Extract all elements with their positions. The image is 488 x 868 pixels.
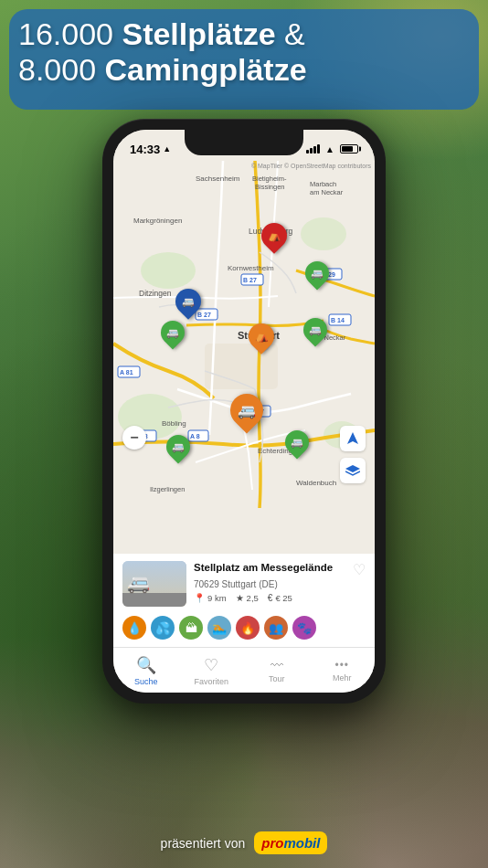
map-pin-motorhome-right-top[interactable]: 🚐: [305, 261, 329, 285]
amenity-people: 👥: [264, 616, 288, 640]
map-pin-motorhome-right[interactable]: 🚐: [303, 318, 327, 342]
location-arrow-icon: ▲: [163, 144, 171, 153]
card-title-row: Stellplatz am Messegelände ♡: [194, 561, 366, 578]
map-pin-camping-center[interactable]: ⛺: [249, 323, 274, 349]
amenity-water2-icon: 💦: [155, 621, 170, 635]
tab-tour[interactable]: 〰 Tour: [244, 648, 310, 693]
map-pin-motorhome-left[interactable]: 🚐: [161, 321, 185, 344]
svg-text:A 81: A 81: [120, 369, 133, 376]
status-icons: ▲: [306, 144, 358, 154]
signal-bar-1: [306, 150, 309, 153]
amenity-people-icon: 👥: [269, 621, 283, 635]
svg-text:B 14: B 14: [331, 317, 345, 323]
svg-text:B 27: B 27: [243, 277, 257, 283]
svg-text:Böbling: Böbling: [162, 419, 186, 428]
tab-favoriten[interactable]: ♡ Favoriten: [179, 648, 245, 693]
status-time: 14:33: [130, 143, 160, 156]
footer: präsentiert von pro mobil: [0, 831, 488, 854]
card-price: € € 25: [268, 593, 292, 603]
amenity-swim: 🏊: [207, 616, 231, 640]
svg-rect-5: [205, 344, 278, 389]
map-pin-selected-motorhome[interactable]: 🚐: [230, 394, 263, 427]
header-line1-bold: Stellplätze: [122, 16, 275, 51]
star-icon: ★: [236, 593, 244, 603]
amenity-water: 💧: [122, 616, 146, 640]
amenity-warning: 🔥: [236, 616, 260, 640]
svg-text:Waldenbuch: Waldenbuch: [296, 479, 336, 487]
card-title: Stellplatz am Messegelände: [194, 561, 333, 575]
phone-screen: 14:33 ▲ ▲: [113, 130, 375, 693]
amenity-warning-icon: 🔥: [240, 621, 255, 635]
wifi-icon: ▲: [325, 144, 334, 154]
tab-suche-label: Suche: [134, 677, 158, 686]
battery-fill: [342, 146, 353, 152]
card-favorite-button[interactable]: ♡: [353, 561, 366, 578]
svg-text:Markgröningen: Markgröningen: [133, 217, 182, 225]
svg-text:Ilzgerlingen: Ilzgerlingen: [150, 485, 185, 493]
promobil-mobil-text: mobil: [283, 835, 320, 851]
svg-text:Ditzingen: Ditzingen: [139, 289, 172, 298]
card-subtitle: 70629 Stuttgart (DE): [194, 579, 366, 589]
amenities-row: 💧 💦 🏔 🏊 🔥 👥: [122, 612, 366, 641]
amenity-pets-icon: 🐾: [297, 621, 312, 635]
map-area[interactable]: Sachsenheim Bietigheim- Bissingen Marbac…: [113, 161, 375, 508]
phone-body: 14:33 ▲ ▲: [102, 119, 386, 704]
svg-text:Bietigheim-: Bietigheim-: [252, 175, 287, 183]
map-location-button[interactable]: [340, 426, 366, 451]
location-card[interactable]: 🚐 Stellplatz am Messegelände ♡ 70629 Stu…: [113, 554, 375, 647]
card-image: 🚐: [122, 561, 186, 607]
tab-bar: 🔍 Suche ♡ Favoriten 〰 Tour ••• Mehr: [113, 647, 375, 693]
euro-icon: €: [268, 593, 273, 603]
footer-text: präsentiert von: [161, 836, 246, 851]
amenity-swim-icon: 🏊: [212, 621, 227, 635]
svg-point-2: [301, 217, 346, 250]
card-rating: ★ 2,5: [236, 593, 259, 603]
map-pin-motorhome-bottom-left[interactable]: 🚐: [166, 435, 190, 459]
card-meta: 📍 9 km ★ 2,5 € € 25: [194, 593, 366, 603]
promobil-pro-text: pro: [261, 835, 283, 851]
tab-mehr[interactable]: ••• Mehr: [310, 648, 376, 693]
header-line1-end: &: [276, 16, 305, 51]
amenity-nature: 🏔: [179, 616, 203, 640]
tab-suche[interactable]: 🔍 Suche: [113, 648, 179, 693]
svg-text:Marbach: Marbach: [310, 180, 336, 188]
signal-bar-4: [317, 144, 320, 153]
map-layers-button[interactable]: [340, 458, 366, 483]
card-rating-value: 2,5: [247, 593, 259, 603]
card-image-rv-icon: 🚐: [127, 572, 150, 594]
card-top-row: 🚐 Stellplatz am Messegelände ♡ 70629 Stu…: [122, 561, 366, 607]
phone-notch: [185, 130, 303, 155]
signal-bar-3: [313, 146, 316, 153]
tab-suche-icon: 🔍: [136, 655, 156, 675]
battery-icon: [340, 144, 358, 153]
map-pin-motorhome-ditzingen[interactable]: 🚐: [175, 289, 201, 314]
phone-device: 14:33 ▲ ▲: [102, 119, 386, 704]
card-distance: 📍 9 km: [194, 593, 227, 603]
map-svg: Sachsenheim Bietigheim- Bissingen Marbac…: [113, 161, 375, 508]
map-pin-motorhome-bottom-center[interactable]: 🚐: [285, 430, 309, 454]
amenity-nature-icon: 🏔: [186, 621, 197, 635]
map-pin-camping-kornwestheim[interactable]: ⛺: [261, 223, 287, 249]
signal-bars: [306, 144, 320, 153]
svg-point-1: [141, 252, 196, 289]
tab-tour-label: Tour: [269, 674, 285, 683]
map-zoom-out-button[interactable]: −: [122, 426, 146, 450]
tab-mehr-label: Mehr: [333, 673, 352, 683]
header-line2-normal: 8.000: [18, 52, 105, 87]
tab-tour-icon: 〰: [271, 658, 283, 672]
card-info: Stellplatz am Messegelände ♡ 70629 Stutt…: [194, 561, 366, 603]
signal-bar-2: [310, 148, 313, 153]
promobil-logo[interactable]: pro mobil: [254, 831, 327, 854]
distance-icon: 📍: [194, 593, 205, 603]
amenity-pets: 🐾: [292, 616, 316, 640]
tab-favoriten-icon: ♡: [204, 655, 218, 675]
svg-text:am Neckar: am Neckar: [310, 188, 344, 196]
svg-text:Kornwestheim: Kornwestheim: [228, 264, 274, 272]
map-copyright: © MapTiler © OpenStreetMap contributors: [251, 163, 371, 169]
svg-text:Sachsenheim: Sachsenheim: [196, 175, 240, 183]
card-distance-value: 9 km: [207, 593, 227, 603]
header-text: 16.000 Stellplätze & 8.000 Camingplätze: [18, 16, 307, 88]
svg-text:A 8: A 8: [190, 433, 200, 439]
amenity-water-icon: 💧: [127, 621, 142, 635]
tab-favoriten-label: Favoriten: [194, 677, 228, 686]
